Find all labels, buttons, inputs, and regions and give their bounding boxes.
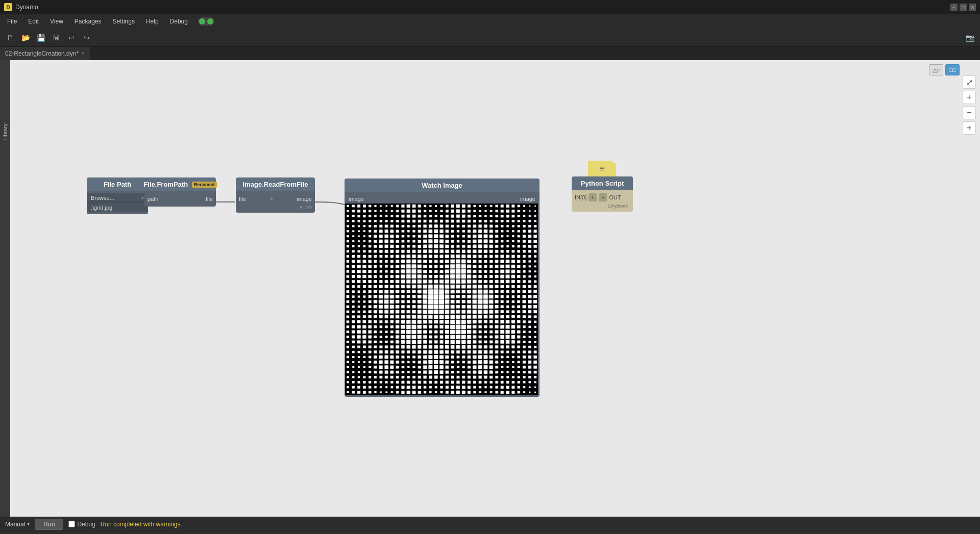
- readfile-arrow: >: [270, 196, 273, 202]
- browse-label[interactable]: Browse...: [91, 195, 114, 201]
- python-node: Python Script IN[0] + - OUT CPython3: [572, 176, 633, 212]
- save-button[interactable]: 💾: [35, 32, 47, 44]
- watchimage-node-body: image image: [345, 192, 540, 397]
- watchimage-display: [345, 204, 538, 395]
- python-note: ≡: [588, 161, 616, 177]
- window-controls: − □ ✕: [950, 4, 976, 11]
- python-add-input-button[interactable]: +: [589, 193, 597, 201]
- new-file-button[interactable]: 🗋: [4, 32, 16, 44]
- readfile-node-header: Image.ReadFromFile: [236, 177, 315, 191]
- readfile-auto-label: AUTO: [236, 205, 315, 211]
- frompath-in-label: path: [148, 196, 158, 202]
- python-out-label: OUT: [609, 194, 621, 200]
- toggle-dot-right: [207, 18, 213, 24]
- renamed-badge: Renamed: [192, 182, 217, 188]
- frompath-port-row: path file: [144, 193, 216, 205]
- mode-dropdown-arrow: ▾: [27, 521, 30, 527]
- filepath-value: .\grid.jpg: [87, 202, 148, 212]
- python-sub-input-button[interactable]: -: [599, 193, 607, 201]
- run-button[interactable]: Run: [35, 519, 63, 530]
- menu-help[interactable]: Help: [141, 16, 164, 27]
- readfile-out-label: image: [297, 196, 312, 202]
- frompath-title: File.FromPath: [143, 181, 188, 188]
- zoom-add-button[interactable]: +: [963, 121, 976, 135]
- status-bar: Manual ▾ Run Debug Run completed with wa…: [0, 517, 980, 531]
- python-io-row: IN[0] + - OUT: [575, 192, 630, 202]
- filepath-node-header: File Path: [87, 177, 148, 191]
- save-as-button[interactable]: 🖫: [50, 32, 62, 44]
- tab-close-button[interactable]: ×: [82, 50, 85, 56]
- menu-packages[interactable]: Packages: [69, 16, 107, 27]
- menu-view[interactable]: View: [45, 16, 68, 27]
- debug-label: Debug: [77, 521, 95, 528]
- python-in-label: IN[0]: [575, 194, 586, 200]
- title-bar: D Dynamo − □ ✕: [0, 0, 980, 14]
- readfile-node-body: file > image AUTO: [236, 191, 315, 213]
- filepath-node: File Path Browse... > .\grid.jpg: [87, 177, 148, 214]
- app-icon: D: [4, 3, 12, 11]
- menu-edit[interactable]: Edit: [23, 16, 44, 27]
- screenshot-button[interactable]: 📷: [964, 32, 976, 44]
- tab-bar: 02-RectangleCreation.dyn* ×: [0, 47, 980, 60]
- view-buttons: △○ □□: [929, 64, 960, 75]
- run-mode-select[interactable]: Manual ▾: [5, 521, 30, 528]
- active-tab[interactable]: 02-RectangleCreation.dyn* ×: [0, 47, 90, 60]
- watchimage-port-row: image image: [345, 194, 540, 204]
- cpython-label: CPython3: [575, 202, 630, 210]
- watchimage-node-header: Watch Image: [345, 179, 540, 192]
- debug-checkbox-label[interactable]: Debug: [68, 521, 95, 528]
- frompath-node-header: File.FromPath Renamed: [144, 177, 216, 191]
- canvas-area: Library △○ □□ ⤢ + − + File Path Browse..…: [0, 60, 980, 517]
- status-message: Run completed with warnings.: [101, 521, 182, 528]
- zoom-in-button[interactable]: +: [963, 91, 976, 104]
- menu-bar: File Edit View Packages Settings Help De…: [0, 14, 980, 29]
- frompath-out-label: file: [206, 196, 213, 202]
- watchimage-node: Watch Image image image: [345, 179, 540, 397]
- frompath-node-body: path file: [144, 191, 216, 207]
- fit-view-button[interactable]: ⤢: [963, 75, 976, 89]
- grid-canvas: [345, 204, 538, 395]
- watchimage-title: Watch Image: [422, 182, 462, 189]
- undo-button[interactable]: ↩: [65, 32, 78, 44]
- readfile-in-label: file: [239, 196, 246, 202]
- menu-file[interactable]: File: [2, 16, 22, 27]
- filepath-browse-row: Browse... >: [87, 193, 148, 202]
- frompath-node: File.FromPath Renamed path file: [144, 177, 216, 207]
- app-title: Dynamo: [15, 4, 38, 11]
- zoom-out-button[interactable]: −: [963, 106, 976, 119]
- redo-button[interactable]: ↪: [81, 32, 93, 44]
- side-panel: Library: [0, 60, 10, 517]
- run-toggle[interactable]: [198, 17, 214, 26]
- toggle-dot-left: [199, 18, 205, 24]
- menu-settings[interactable]: Settings: [108, 16, 140, 27]
- toolbar: 🗋 📂 💾 🖫 ↩ ↪ 📷: [0, 29, 980, 47]
- readfile-node: Image.ReadFromFile file > image AUTO: [236, 177, 315, 213]
- minimize-button[interactable]: −: [950, 4, 958, 11]
- python-title: Python Script: [581, 180, 624, 187]
- readfile-title: Image.ReadFromFile: [243, 181, 308, 188]
- filepath-output-arrow: >: [141, 195, 144, 201]
- filepath-title: File Path: [104, 181, 131, 188]
- open-file-button[interactable]: 📂: [19, 32, 32, 44]
- close-button[interactable]: ✕: [969, 4, 976, 11]
- watchimage-out-label: image: [520, 196, 535, 202]
- python-node-header: Python Script: [572, 176, 633, 190]
- watchimage-in-label: image: [349, 196, 364, 202]
- readfile-port-row: file > image: [236, 193, 315, 205]
- menu-debug[interactable]: Debug: [165, 16, 193, 27]
- view-3d-button[interactable]: △○: [929, 64, 943, 75]
- python-node-body: IN[0] + - OUT CPython3: [572, 190, 633, 212]
- view-2d-button[interactable]: □□: [945, 64, 960, 75]
- toggle-background: [198, 17, 214, 26]
- maximize-button[interactable]: □: [960, 4, 967, 11]
- debug-checkbox[interactable]: [68, 521, 75, 527]
- mode-label: Manual: [5, 521, 25, 528]
- zoom-controls: ⤢ + − +: [963, 75, 976, 135]
- tab-label: 02-RectangleCreation.dyn*: [5, 50, 79, 57]
- note-icon: ≡: [600, 164, 604, 173]
- library-label[interactable]: Library: [1, 121, 9, 143]
- filepath-node-body: Browse... > .\grid.jpg: [87, 191, 148, 214]
